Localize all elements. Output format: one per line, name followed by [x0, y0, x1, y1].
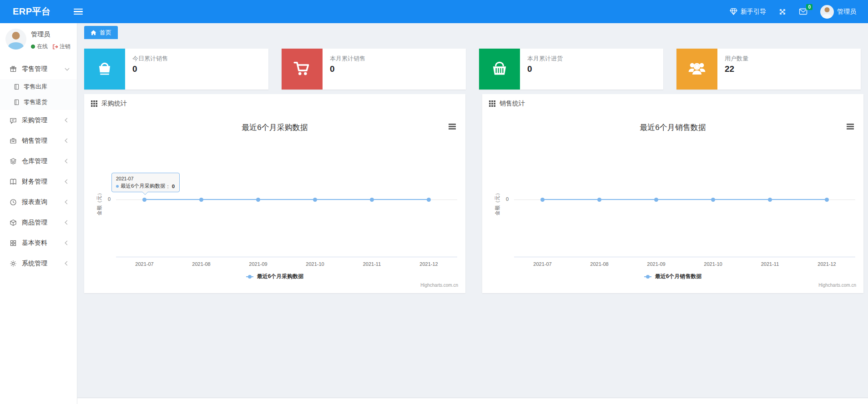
chevron-left-icon — [65, 118, 70, 123]
guide-label: 新手引导 — [741, 8, 766, 16]
chart-tooltip: 2021-07 最近6个月采购数据: 0 — [111, 173, 180, 192]
chevron-left-icon — [65, 220, 70, 225]
chart-context-menu-button[interactable] — [449, 124, 456, 130]
data-point-2021-10[interactable] — [711, 198, 715, 202]
sidebar-item-retail[interactable]: 零售管理 — [0, 59, 77, 79]
tooltip-header: 2021-07 — [116, 176, 175, 181]
gear-icon — [10, 260, 17, 267]
sidebar-item-label: 基本资料 — [22, 239, 47, 247]
stat-label: 本月累计进货 — [527, 55, 563, 63]
logout-icon — [52, 44, 58, 50]
legend-item[interactable]: 最近6个月销售数据 — [482, 273, 863, 280]
legend-marker-icon — [246, 276, 253, 277]
data-point-2021-07[interactable] — [142, 198, 146, 202]
messages-button[interactable]: 0 — [799, 8, 807, 15]
sidebar-item-purchase[interactable]: 采购管理 — [0, 110, 77, 130]
sidebar-item-finance[interactable]: 财务管理 — [0, 171, 77, 192]
highcharts-credits[interactable]: Highcharts.com.cn — [818, 283, 856, 288]
sidebar-toggle-button[interactable] — [74, 9, 83, 15]
sidebar: 管理员 在线 注销 — [0, 23, 77, 404]
sidebar-item-warehouse[interactable]: 仓库管理 — [0, 151, 77, 171]
data-point-2021-08[interactable] — [597, 198, 601, 202]
navbar-right: 新手引导 0 管理员 — [730, 5, 856, 19]
top-navbar: ERP平台 新手引导 — [0, 0, 868, 23]
stat-value: 22 — [725, 64, 748, 74]
logout-link[interactable]: 注销 — [52, 43, 71, 50]
basket-icon — [479, 49, 520, 90]
purchase-stats-panel: 采购统计 最近6个月采购数据 金额（元） 0 最近6个月采购数据 Highcha… — [84, 94, 465, 293]
sidebar-item-sales[interactable]: 销售管理 — [0, 130, 77, 151]
sidebar-item-retail-out[interactable]: 零售出库 — [0, 79, 77, 95]
x-axis-label: 2021-12 — [409, 261, 449, 267]
notebook-icon — [14, 99, 20, 105]
x-axis-label: 2021-08 — [181, 261, 222, 267]
stat-value: 0 — [330, 64, 365, 74]
x-axis-line — [514, 257, 855, 257]
stat-card-month-sales: 本月累计销售 0 — [282, 49, 466, 90]
tab-home[interactable]: 首页 — [84, 26, 118, 39]
chart-title: 最近6个月采购数据 — [84, 122, 465, 133]
legend-marker-icon — [644, 276, 651, 277]
chevron-left-icon — [65, 159, 70, 164]
y-axis-title: 金额（元） — [95, 170, 103, 236]
data-point-2021-11[interactable] — [768, 198, 772, 202]
sidebar-item-retail-return[interactable]: 零售退货 — [0, 95, 77, 110]
data-point-2021-09[interactable] — [256, 198, 260, 202]
chevron-left-icon — [65, 261, 70, 266]
online-status-label: 在线 — [37, 43, 48, 50]
users-icon — [676, 49, 717, 90]
data-point-2021-09[interactable] — [654, 198, 658, 202]
y-axis-title: 金额（元） — [493, 170, 501, 236]
sidebar-user-panel: 管理员 在线 注销 — [0, 23, 77, 55]
chevron-left-icon — [65, 139, 70, 143]
data-point-2021-12[interactable] — [825, 198, 829, 202]
footer — [77, 398, 868, 404]
panel-title: 采购统计 — [101, 100, 127, 108]
mail-badge: 0 — [806, 4, 812, 10]
chevron-down-icon — [65, 66, 70, 70]
sidebar-item-goods[interactable]: 商品管理 — [0, 212, 77, 233]
legend-item[interactable]: 最近6个月采购数据 — [84, 273, 465, 280]
x-axis-label: 2021-11 — [750, 261, 791, 267]
data-point-2021-10[interactable] — [313, 198, 317, 202]
th-grid-icon — [91, 100, 97, 107]
sidebar-item-label: 系统管理 — [22, 259, 47, 268]
x-axis-label: 2021-07 — [522, 261, 563, 267]
stat-card-month-purchase: 本月累计进货 0 — [479, 49, 663, 90]
stat-card-user-count: 用户数量 22 — [676, 49, 861, 90]
sidebar-item-basic-data[interactable]: 基本资料 — [0, 233, 77, 253]
x-axis-label: 2021-07 — [124, 261, 165, 267]
x-axis-label: 2021-10 — [693, 261, 734, 267]
sidebar-item-label: 商品管理 — [22, 219, 47, 227]
sidebar-item-label: 销售管理 — [22, 137, 47, 145]
briefcase-icon — [10, 137, 17, 145]
tooltip-series-label: 最近6个月采购数据 — [121, 183, 165, 190]
layers-icon — [10, 158, 17, 165]
tooltip-value: 0 — [172, 184, 175, 189]
sidebar-item-label: 零售出库 — [24, 83, 47, 91]
data-point-2021-07[interactable] — [540, 198, 545, 202]
user-menu[interactable]: 管理员 — [820, 5, 856, 19]
fullscreen-button[interactable] — [779, 8, 786, 15]
chevron-left-icon — [65, 200, 70, 204]
online-status-icon — [31, 45, 35, 49]
chart-context-menu-button[interactable] — [847, 124, 854, 130]
th-grid-icon — [489, 100, 495, 107]
sidebar-item-reports[interactable]: 报表查询 — [0, 192, 77, 212]
purchase-chart: 最近6个月采购数据 金额（元） 0 最近6个月采购数据 Highcharts.c… — [84, 113, 465, 293]
stat-value: 0 — [132, 64, 168, 74]
book-icon — [10, 178, 17, 185]
guide-button[interactable]: 新手引导 — [730, 8, 766, 16]
x-axis-label: 2021-08 — [579, 261, 620, 267]
highcharts-credits[interactable]: Highcharts.com.cn — [420, 283, 458, 288]
data-point-2021-11[interactable] — [370, 198, 374, 202]
chevron-left-icon — [65, 180, 70, 184]
data-point-2021-08[interactable] — [199, 198, 203, 202]
chart-title: 最近6个月销售数据 — [482, 122, 863, 133]
sidebar-item-label: 零售退货 — [24, 98, 47, 106]
x-axis-line — [116, 257, 457, 257]
data-point-2021-12[interactable] — [427, 198, 431, 202]
sidebar-item-system[interactable]: 系统管理 — [0, 253, 77, 274]
gift-icon — [10, 65, 17, 73]
sidebar-item-label: 采购管理 — [22, 116, 47, 125]
